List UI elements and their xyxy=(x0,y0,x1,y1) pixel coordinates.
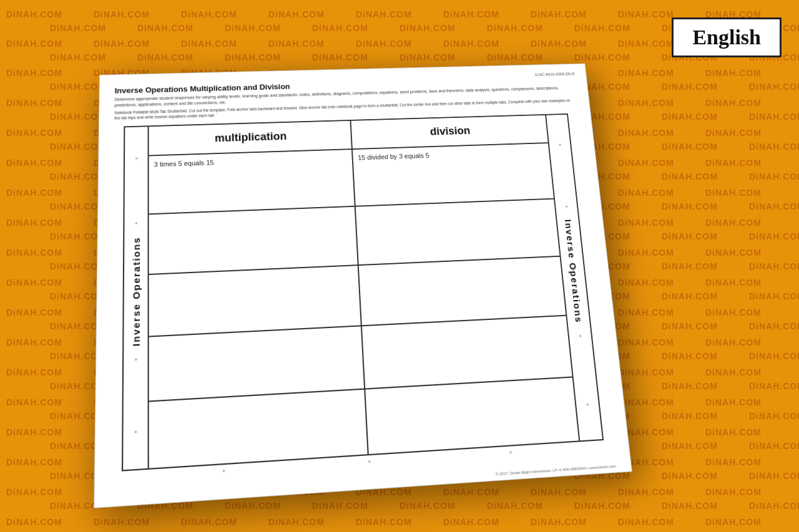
svg-text:DiNAH.COM: DiNAH.COM xyxy=(6,278,62,288)
cell-r4-c2 xyxy=(362,316,572,389)
svg-text:DiNAH.COM: DiNAH.COM xyxy=(662,471,718,481)
left-label-text: Inverse Operations xyxy=(130,236,141,346)
svg-text:DiNAH.COM: DiNAH.COM xyxy=(574,501,630,511)
fold-mark-r4: ✦ xyxy=(578,334,583,339)
svg-text:DiNAH.COM: DiNAH.COM xyxy=(705,98,762,108)
svg-text:DiNAH.COM: DiNAH.COM xyxy=(94,517,150,527)
svg-text:DiNAH.COM: DiNAH.COM xyxy=(50,112,106,122)
svg-text:DiNAH.COM: DiNAH.COM xyxy=(356,517,412,527)
svg-text:DiNAH.COM: DiNAH.COM xyxy=(225,501,281,511)
fold-mark-b3: ✦ xyxy=(508,450,513,456)
svg-text:DiNAH.COM: DiNAH.COM xyxy=(705,248,762,258)
svg-text:DiNAH.COM: DiNAH.COM xyxy=(618,39,674,49)
cell-r1-c2: 15 divided by 3 equals 5 xyxy=(353,143,554,207)
fold-mark-b1: ✦ xyxy=(221,468,226,474)
svg-text:DiNAH.COM: DiNAH.COM xyxy=(443,9,499,19)
svg-text:DiNAH.COM: DiNAH.COM xyxy=(6,427,62,437)
svg-text:DiNAH.COM: DiNAH.COM xyxy=(662,142,718,152)
svg-text:DiNAH.COM: DiNAH.COM xyxy=(705,218,762,228)
svg-text:DiNAH.COM: DiNAH.COM xyxy=(137,52,194,62)
svg-text:DiNAH.COM: DiNAH.COM xyxy=(705,337,762,347)
cell-r3-c2 xyxy=(359,257,566,327)
svg-text:DiNAH.COM: DiNAH.COM xyxy=(443,517,499,527)
svg-text:DiNAH.COM: DiNAH.COM xyxy=(749,142,799,152)
svg-text:DiNAH.COM: DiNAH.COM xyxy=(662,172,718,181)
svg-text:DiNAH.COM: DiNAH.COM xyxy=(181,39,237,49)
svg-text:DiNAH.COM: DiNAH.COM xyxy=(618,158,674,168)
svg-text:DiNAH.COM: DiNAH.COM xyxy=(356,39,412,49)
svg-text:DiNAH.COM: DiNAH.COM xyxy=(268,9,325,19)
svg-text:DiNAH.COM: DiNAH.COM xyxy=(618,397,674,407)
svg-text:DiNAH.COM: DiNAH.COM xyxy=(6,39,62,49)
cell-r2-c2 xyxy=(356,200,560,266)
svg-text:DiNAH.COM: DiNAH.COM xyxy=(356,9,412,19)
svg-text:DiNAH.COM: DiNAH.COM xyxy=(662,82,718,92)
svg-text:DiNAH.COM: DiNAH.COM xyxy=(50,82,106,92)
svg-text:DiNAH.COM: DiNAH.COM xyxy=(268,39,325,49)
paper-header: Inverse Operations Multiplication and Di… xyxy=(114,75,576,120)
svg-text:DiNAH.COM: DiNAH.COM xyxy=(618,218,674,228)
svg-text:DiNAH.COM: DiNAH.COM xyxy=(6,457,62,467)
svg-text:DiNAH.COM: DiNAH.COM xyxy=(137,23,194,33)
svg-text:DiNAH.COM: DiNAH.COM xyxy=(705,517,762,527)
svg-text:DiNAH.COM: DiNAH.COM xyxy=(6,487,62,497)
cell-r1c1-text: 3 times 5 equals 15 xyxy=(154,159,214,168)
fold-mark-4: ✦ xyxy=(134,357,138,363)
svg-text:DiNAH.COM: DiNAH.COM xyxy=(6,248,62,258)
svg-text:DiNAH.COM: DiNAH.COM xyxy=(400,501,456,511)
svg-text:DiNAH.COM: DiNAH.COM xyxy=(749,172,799,181)
fold-mark-2: ✦ xyxy=(134,221,138,226)
svg-text:DiNAH.COM: DiNAH.COM xyxy=(749,82,799,92)
svg-text:DiNAH.COM: DiNAH.COM xyxy=(6,337,62,347)
svg-text:DiNAH.COM: DiNAH.COM xyxy=(225,52,281,62)
svg-text:DiNAH.COM: DiNAH.COM xyxy=(312,501,368,511)
paper-content: D-NC-M101-0006-EN-B Inverse Operations M… xyxy=(94,64,632,508)
cell-r1-c1: 3 times 5 equals 15 xyxy=(149,150,356,215)
svg-text:DiNAH.COM: DiNAH.COM xyxy=(705,68,762,78)
svg-text:DiNAH.COM: DiNAH.COM xyxy=(487,501,543,511)
cell-r1c2-text: 15 divided by 3 equals 5 xyxy=(358,152,429,161)
svg-text:DiNAH.COM: DiNAH.COM xyxy=(618,517,674,527)
svg-text:DiNAH.COM: DiNAH.COM xyxy=(618,9,674,19)
svg-text:DiNAH.COM: DiNAH.COM xyxy=(531,517,587,527)
svg-text:DiNAH.COM: DiNAH.COM xyxy=(618,278,674,288)
svg-text:DiNAH.COM: DiNAH.COM xyxy=(749,291,799,301)
svg-text:DiNAH.COM: DiNAH.COM xyxy=(705,307,762,317)
svg-text:DiNAH.COM: DiNAH.COM xyxy=(181,517,237,527)
cell-r3-c1 xyxy=(149,266,362,337)
svg-text:DiNAH.COM: DiNAH.COM xyxy=(94,9,150,19)
svg-text:DiNAH.COM: DiNAH.COM xyxy=(705,278,762,288)
svg-text:DiNAH.COM: DiNAH.COM xyxy=(531,9,587,19)
svg-text:DiNAH.COM: DiNAH.COM xyxy=(225,23,281,33)
svg-text:DiNAH.COM: DiNAH.COM xyxy=(618,68,674,78)
left-label: ✦ ✦ ✦ ✦ ✦ Inverse Operations xyxy=(123,127,149,470)
svg-text:DiNAH.COM: DiNAH.COM xyxy=(6,517,62,527)
svg-text:DiNAH.COM: DiNAH.COM xyxy=(749,112,799,122)
svg-text:DiNAH.COM: DiNAH.COM xyxy=(531,487,587,497)
fold-mark-r2: ✦ xyxy=(564,204,569,210)
svg-text:DiNAH.COM: DiNAH.COM xyxy=(662,201,718,211)
svg-text:DiNAH.COM: DiNAH.COM xyxy=(618,98,674,108)
svg-text:DiNAH.COM: DiNAH.COM xyxy=(662,291,718,301)
svg-text:DiNAH.COM: DiNAH.COM xyxy=(662,411,718,421)
svg-text:DiNAH.COM: DiNAH.COM xyxy=(6,128,62,138)
svg-text:DiNAH.COM: DiNAH.COM xyxy=(749,381,799,391)
svg-text:DiNAH.COM: DiNAH.COM xyxy=(6,307,62,317)
cell-r5-c2 xyxy=(365,377,579,454)
svg-text:DiNAH.COM: DiNAH.COM xyxy=(618,337,674,347)
svg-text:DiNAH.COM: DiNAH.COM xyxy=(181,9,237,19)
svg-text:DiNAH.COM: DiNAH.COM xyxy=(618,188,674,198)
svg-text:DiNAH.COM: DiNAH.COM xyxy=(574,52,630,62)
header-col1-label: multiplication xyxy=(215,130,287,145)
svg-text:DiNAH.COM: DiNAH.COM xyxy=(705,427,762,437)
svg-text:DiNAH.COM: DiNAH.COM xyxy=(487,52,543,62)
right-label-text: Inverse Operations xyxy=(562,219,584,324)
svg-text:DiNAH.COM: DiNAH.COM xyxy=(705,457,762,467)
svg-text:DiNAH.COM: DiNAH.COM xyxy=(50,52,106,62)
header-col2-label: division xyxy=(429,125,471,138)
svg-text:DiNAH.COM: DiNAH.COM xyxy=(705,487,762,497)
svg-text:DiNAH.COM: DiNAH.COM xyxy=(662,261,718,271)
svg-text:DiNAH.COM: DiNAH.COM xyxy=(6,188,62,198)
content-grid: 3 times 5 equals 15 15 divided by 3 equa… xyxy=(149,143,579,468)
svg-text:DiNAH.COM: DiNAH.COM xyxy=(312,52,368,62)
